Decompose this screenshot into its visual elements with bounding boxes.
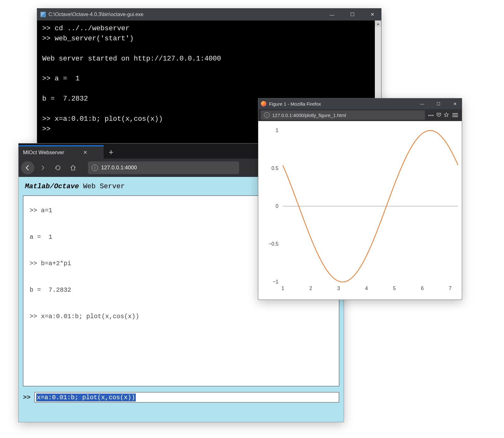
browser-tab[interactable]: MlOct Webserver ✕ (19, 145, 104, 159)
minimize-button[interactable]: — (415, 98, 429, 109)
svg-text:4: 4 (365, 286, 368, 291)
maximize-button[interactable]: ☐ (343, 9, 361, 20)
terminal-title: C:\Octave\Octave-4.0.3\bin\octave-gui.ex… (49, 12, 143, 17)
back-button[interactable] (21, 161, 34, 174)
url-text: 127.0.0.1:4000 (101, 165, 137, 171)
svg-text:2: 2 (309, 286, 312, 291)
bookmark-button[interactable] (444, 112, 449, 119)
scroll-up-icon[interactable]: ▲ (375, 20, 381, 27)
tab-close-icon[interactable]: ✕ (83, 149, 87, 155)
reload-icon (55, 165, 61, 171)
pocket-button[interactable] (436, 112, 442, 119)
page-heading-bold: Matlab/Octave (25, 183, 79, 190)
svg-text:1: 1 (276, 128, 278, 133)
menu-button[interactable] (451, 113, 459, 117)
new-tab-button[interactable]: + (104, 147, 118, 157)
octave-icon (40, 12, 46, 17)
svg-text:7: 7 (449, 286, 452, 291)
page-actions-button[interactable]: ••• (428, 113, 434, 118)
close-button[interactable]: ✕ (364, 9, 381, 20)
svg-text:−1: −1 (273, 279, 278, 284)
address-bar[interactable]: i 127.0.0.1:4000 (88, 161, 239, 174)
figure-titlebar[interactable]: Figure 1 - Mozilla Firefox — ☐ ✕ (258, 98, 462, 109)
star-icon (444, 112, 449, 118)
maximize-button[interactable]: ☐ (432, 98, 445, 109)
forward-arrow-icon (40, 165, 46, 171)
figure-address-bar[interactable]: i 127.0.0.1:4000/plotly_figure_1.html (261, 110, 425, 120)
svg-text:6: 6 (421, 286, 424, 291)
command-input[interactable]: x=a:0.01:b; plot(x,cos(x)) (34, 392, 339, 403)
tab-title: MlOct Webserver (23, 149, 64, 156)
minimize-button[interactable]: — (323, 9, 341, 20)
svg-text:5: 5 (393, 286, 396, 291)
hamburger-icon (452, 113, 458, 117)
svg-text:0: 0 (276, 203, 278, 209)
reload-button[interactable] (51, 161, 65, 174)
firefox-icon (261, 101, 266, 107)
terminal-titlebar[interactable]: C:\Octave\Octave-4.0.3\bin\octave-gui.ex… (37, 9, 381, 20)
command-input-value: x=a:0.01:b; plot(x,cos(x)) (36, 394, 136, 401)
forward-button[interactable] (36, 161, 49, 174)
figure-toolbar: i 127.0.0.1:4000/plotly_figure_1.html ••… (258, 109, 462, 121)
site-info-icon[interactable]: i (92, 165, 98, 171)
figure-browser-window: Figure 1 - Mozilla Firefox — ☐ ✕ i 127.0… (258, 98, 462, 300)
svg-text:3: 3 (337, 286, 340, 291)
command-prompt-row: >> x=a:0.01:b; plot(x,cos(x)) (23, 392, 339, 403)
back-arrow-icon (25, 165, 31, 171)
svg-text:1: 1 (281, 286, 284, 291)
svg-text:0.5: 0.5 (272, 166, 278, 171)
cosine-plot: −1−0.500.511234567 (258, 121, 462, 300)
plot-area[interactable]: −1−0.500.511234567 (258, 121, 462, 300)
close-button[interactable]: ✕ (448, 98, 462, 109)
prompt-symbol: >> (23, 394, 31, 401)
svg-text:−0.5: −0.5 (268, 241, 278, 247)
page-heading-rest: Web Server (79, 183, 125, 190)
home-icon (70, 165, 76, 171)
figure-url-text: 127.0.0.1:4000/plotly_figure_1.html (272, 113, 346, 118)
figure-window-title: Figure 1 - Mozilla Firefox (269, 101, 321, 107)
pocket-icon (436, 112, 442, 118)
site-info-icon[interactable]: i (264, 112, 270, 118)
home-button[interactable] (66, 161, 80, 174)
